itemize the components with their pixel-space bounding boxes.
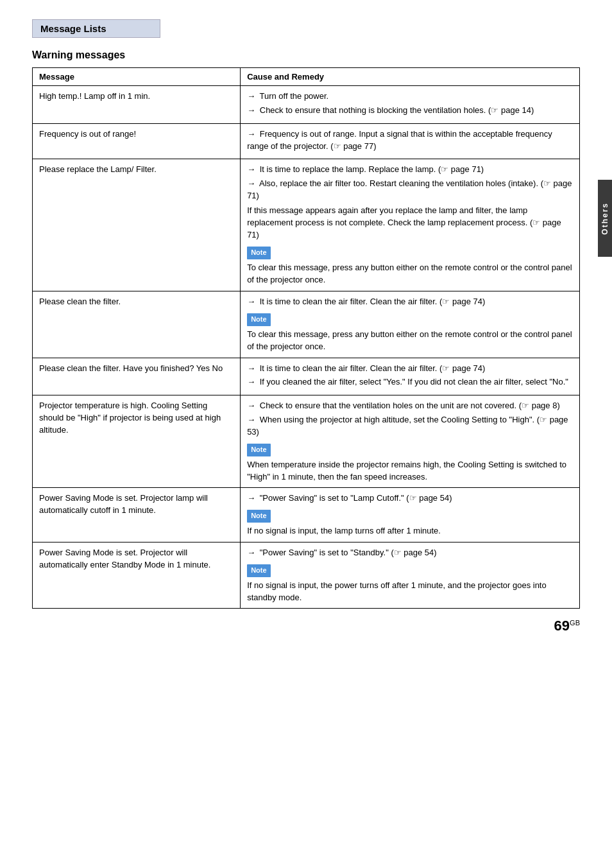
arrow-icon: → [247, 400, 255, 412]
arrow-icon: → [247, 105, 255, 117]
note-badge: Note [247, 564, 270, 577]
arrow-icon: → [247, 296, 255, 308]
arrow-icon: → [247, 164, 255, 176]
extra-text: If this message appears again after you … [247, 205, 573, 241]
note-text: When temperature inside the projector re… [247, 459, 573, 483]
bullet-item: → It is time to clean the air filter. Cl… [247, 296, 573, 308]
page-number: 69GB [554, 618, 580, 634]
table-row-cause-6: → "Power Saving" is set to "Lamp Cutoff.… [241, 488, 580, 542]
table-row-message-6: Power Saving Mode is set. Projector lamp… [33, 488, 241, 542]
arrow-icon: → [247, 414, 255, 426]
page-container: Message Lists Warning messages Message C… [0, 0, 612, 647]
bullet-item: → "Power Saving" is set to "Lamp Cutoff.… [247, 492, 573, 505]
bullet-item: → When using the projector at high altit… [247, 414, 573, 438]
table-row-cause-7: → "Power Saving" is set to "Standby." (☞… [241, 542, 580, 609]
table-row-message-3: Please clean the filter. [33, 291, 241, 358]
side-tab: Others [598, 180, 612, 257]
bullet-item: → "Power Saving" is set to "Standby." (☞… [247, 547, 573, 559]
arrow-icon: → [247, 91, 255, 103]
table-row-cause-2: → It is time to replace the lamp. Replac… [241, 159, 580, 291]
note-text: To clear this message, press any button … [247, 262, 573, 286]
col-header-cause: Cause and Remedy [241, 68, 580, 86]
bullet-item: → Check to ensure that nothing is blocki… [247, 105, 573, 117]
table-row-cause-1: → Frequency is out of range. Input a sig… [241, 123, 580, 159]
warning-title: Warning messages [32, 49, 580, 61]
note-text: If no signal is input, the lamp turns of… [247, 525, 573, 537]
section-header: Message Lists [32, 19, 160, 38]
bullet-item: → Turn off the power. [247, 91, 573, 103]
table-row-cause-0: → Turn off the power.→ Check to ensure t… [241, 86, 580, 124]
bullet-item: → Also, replace the air filter too. Rest… [247, 178, 573, 202]
note-badge: Note [247, 247, 270, 259]
arrow-icon: → [247, 178, 255, 190]
bullet-item: → Frequency is out of range. Input a sig… [247, 128, 573, 153]
bullet-item: → It is time to clean the air filter. Cl… [247, 363, 573, 375]
table-row-message-0: High temp.! Lamp off in 1 min. [33, 86, 241, 124]
note-badge: Note [247, 510, 270, 523]
table-row-message-5: Projector temperature is high. Cooling S… [33, 395, 241, 488]
arrow-icon: → [247, 128, 255, 141]
note-text: If no signal is input, the power turns o… [247, 580, 573, 604]
arrow-icon: → [247, 547, 255, 559]
note-badge: Note [247, 444, 270, 456]
table-row-cause-4: → It is time to clean the air filter. Cl… [241, 358, 580, 395]
table-row-cause-5: → Check to ensure that the ventilation h… [241, 395, 580, 488]
table-row-message-7: Power Saving Mode is set. Projector will… [33, 542, 241, 609]
bullet-item: → If you cleaned the air filter, select … [247, 376, 573, 388]
col-header-message: Message [33, 68, 241, 86]
table-row-message-1: Frequency is out of range! [33, 123, 241, 159]
table-row-cause-3: → It is time to clean the air filter. Cl… [241, 291, 580, 358]
table-row-message-4: Please clean the filter. Have you finish… [33, 358, 241, 395]
side-tab-label: Others [600, 202, 609, 235]
bullet-item: → Check to ensure that the ventilation h… [247, 400, 573, 412]
note-badge: Note [247, 313, 270, 326]
arrow-icon: → [247, 492, 255, 505]
arrow-icon: → [247, 376, 255, 388]
warning-table: Message Cause and Remedy High temp.! Lam… [32, 67, 580, 609]
bullet-item: → It is time to replace the lamp. Replac… [247, 164, 573, 176]
table-row-message-2: Please replace the Lamp/ Filter. [33, 159, 241, 291]
arrow-icon: → [247, 363, 255, 375]
note-text: To clear this message, press any button … [247, 329, 573, 353]
